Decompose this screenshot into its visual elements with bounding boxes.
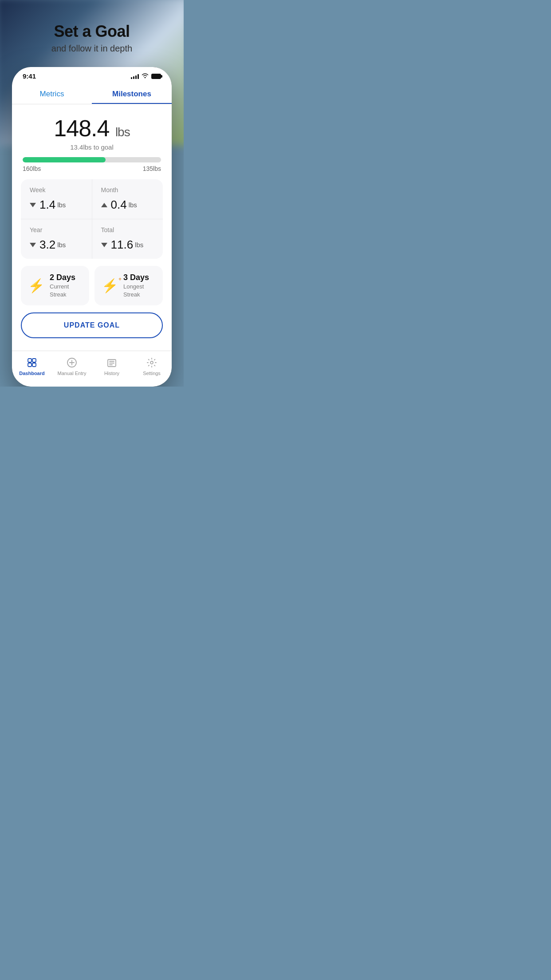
streak-longest-card: ⚡+ 3 Days Longest Streak — [94, 266, 163, 305]
nav-dashboard[interactable]: Dashboard — [12, 355, 52, 378]
streak-longest-label: Longest Streak — [123, 283, 144, 298]
svg-point-11 — [150, 361, 153, 364]
status-bar: 9:41 — [12, 67, 172, 83]
stat-year: Year 3.2 lbs — [21, 219, 92, 259]
battery-icon — [151, 74, 161, 79]
stat-month-value: 0.4 lbs — [101, 198, 154, 212]
status-time: 9:41 — [23, 72, 36, 80]
progress-container: 160lbs 135lbs — [23, 157, 161, 172]
nav-history[interactable]: History — [92, 355, 132, 378]
tab-bar: Metrics Milestones — [12, 83, 172, 104]
content-area: 148.4 lbs 13.4lbs to goal 160lbs 135lbs — [12, 104, 172, 351]
arrow-down-icon-3 — [101, 243, 107, 247]
svg-rect-3 — [32, 363, 36, 367]
bottom-nav: Dashboard Manual Entry — [12, 351, 172, 387]
page-title: Set a Goal — [51, 22, 132, 41]
stat-month: Month 0.4 lbs — [92, 179, 163, 219]
streak-current-label: Current Streak — [50, 283, 69, 298]
stats-grid: Week 1.4 lbs Month 0.4 lbs — [21, 179, 163, 259]
streak-current-card: ⚡ 2 Days Current Streak — [21, 266, 89, 305]
streak-current-days: 2 Days — [50, 273, 82, 282]
streak-longest-days: 3 Days — [123, 273, 156, 282]
stat-year-label: Year — [30, 226, 83, 233]
signal-icon — [131, 74, 139, 79]
svg-rect-0 — [28, 359, 31, 362]
stat-week-value: 1.4 lbs — [30, 198, 83, 212]
arrow-down-icon — [30, 203, 36, 207]
status-icons — [131, 73, 161, 79]
tab-metrics[interactable]: Metrics — [12, 83, 92, 104]
progress-track — [23, 157, 161, 162]
progress-end-label: 135lbs — [143, 165, 161, 172]
dashboard-icon — [26, 356, 38, 369]
nav-history-label: History — [104, 371, 119, 376]
nav-settings[interactable]: Settings — [132, 355, 172, 378]
arrow-down-icon-2 — [30, 243, 36, 247]
page-subtitle: and follow it in depth — [51, 43, 132, 54]
stat-year-value: 3.2 lbs — [30, 238, 83, 252]
progress-labels: 160lbs 135lbs — [23, 165, 161, 172]
streak-longest-text: 3 Days Longest Streak — [123, 273, 156, 298]
nav-manual-entry[interactable]: Manual Entry — [52, 355, 92, 378]
stat-week-label: Week — [30, 186, 83, 194]
nav-dashboard-label: Dashboard — [19, 371, 44, 376]
streak-row: ⚡ 2 Days Current Streak ⚡+ 3 Days Longes… — [21, 266, 163, 305]
streak-longest-icon: ⚡+ — [102, 278, 118, 293]
stat-week: Week 1.4 lbs — [21, 179, 92, 219]
streak-current-icon: ⚡ — [28, 278, 44, 293]
progress-fill — [23, 157, 106, 162]
wifi-icon — [142, 73, 149, 79]
settings-icon — [146, 356, 158, 369]
stats-row-1: Week 1.4 lbs Month 0.4 lbs — [21, 179, 163, 219]
arrow-up-icon — [101, 203, 107, 207]
weight-goal: 13.4lbs to goal — [21, 143, 163, 151]
stat-total-label: Total — [101, 226, 154, 233]
tab-milestones[interactable]: Milestones — [92, 83, 172, 104]
history-icon — [106, 356, 118, 369]
phone-frame: 9:41 Metrics — [12, 67, 172, 387]
weight-value: 148.4 lbs — [21, 115, 163, 142]
nav-settings-label: Settings — [143, 371, 161, 376]
stat-month-label: Month — [101, 186, 154, 194]
svg-rect-1 — [32, 359, 36, 362]
weight-display: 148.4 lbs 13.4lbs to goal — [21, 115, 163, 151]
stat-total-value: 11.6 lbs — [101, 238, 154, 252]
update-goal-button[interactable]: UPDATE GOAL — [21, 312, 163, 338]
progress-start-label: 160lbs — [23, 165, 41, 172]
svg-rect-2 — [28, 363, 31, 367]
stats-row-2: Year 3.2 lbs Total 11.6 lbs — [21, 219, 163, 259]
stat-total: Total 11.6 lbs — [92, 219, 163, 259]
streak-current-text: 2 Days Current Streak — [50, 273, 82, 298]
manual-entry-icon — [66, 356, 78, 369]
nav-manual-label: Manual Entry — [58, 371, 87, 376]
